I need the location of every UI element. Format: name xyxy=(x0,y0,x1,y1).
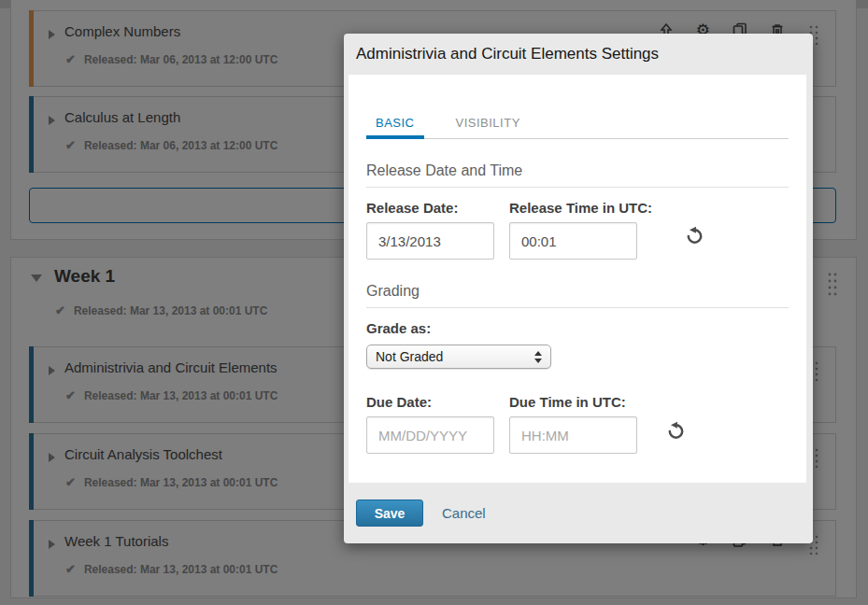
release-section-heading: Release Date and Time xyxy=(366,162,789,179)
due-time-label: Due Time in UTC: xyxy=(509,394,637,410)
divider xyxy=(366,307,789,308)
grade-select-value: Not Graded xyxy=(376,349,443,364)
divider xyxy=(366,187,789,188)
tab-basic[interactable]: BASIC xyxy=(366,116,424,139)
due-fields-row: Due Date: Due Time in UTC: xyxy=(366,394,789,454)
release-time-label: Release Time in UTC: xyxy=(509,200,652,216)
reset-release-icon[interactable] xyxy=(685,226,704,246)
grade-as-label: Grade as: xyxy=(366,320,789,336)
save-button[interactable]: Save xyxy=(356,499,423,527)
release-fields-row: Release Date: Release Time in UTC: xyxy=(366,200,789,260)
release-time-input[interactable] xyxy=(509,222,637,260)
reset-due-icon[interactable] xyxy=(666,421,686,441)
cancel-link[interactable]: Cancel xyxy=(442,505,486,521)
release-date-label: Release Date: xyxy=(366,200,494,216)
modal-footer: Save Cancel xyxy=(344,486,813,543)
subsection-settings-modal: Administrivia and Circuit Elements Setti… xyxy=(344,34,813,543)
release-date-input[interactable] xyxy=(366,222,494,260)
grade-select[interactable]: Not Graded xyxy=(366,345,551,369)
modal-header: Administrivia and Circuit Elements Setti… xyxy=(344,34,813,75)
due-date-label: Due Date: xyxy=(366,394,494,410)
select-spinner-icon xyxy=(534,351,542,363)
modal-title: Administrivia and Circuit Elements Setti… xyxy=(356,45,659,63)
grade-as-row: Grade as: Not Graded xyxy=(366,320,789,369)
tab-visibility[interactable]: VISIBILITY xyxy=(456,116,520,138)
due-time-input[interactable] xyxy=(509,416,637,454)
grading-section-heading: Grading xyxy=(366,283,789,300)
due-date-input[interactable] xyxy=(366,416,494,454)
modal-tabs: BASIC VISIBILITY xyxy=(366,116,789,139)
modal-content: BASIC VISIBILITY Release Date and Time R… xyxy=(349,75,806,483)
